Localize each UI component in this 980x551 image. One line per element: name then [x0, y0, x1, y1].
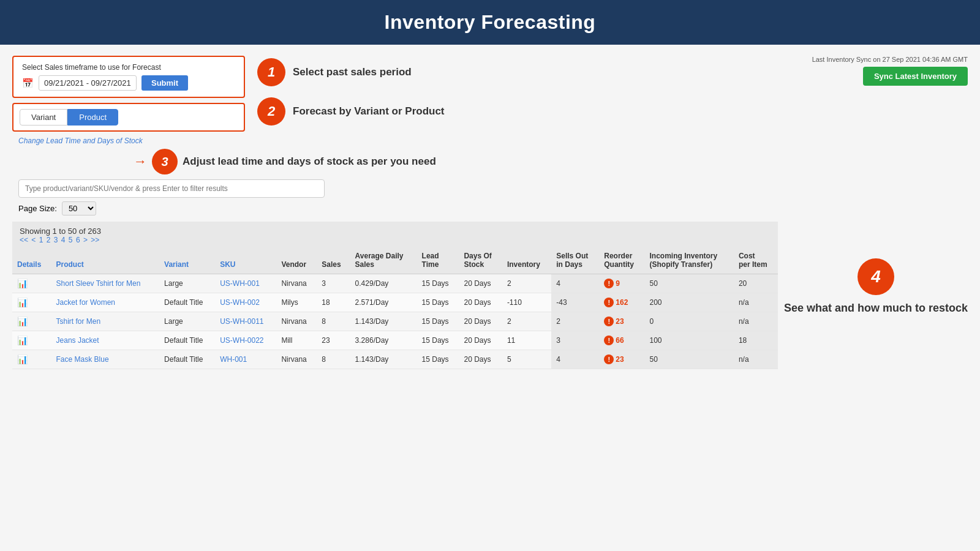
- chart-icon[interactable]: 📊: [17, 279, 28, 288]
- sync-info: Last Inventory Sync on 27 Sep 2021 04:36…: [812, 56, 968, 63]
- page-2[interactable]: 2: [47, 236, 51, 244]
- product-tab[interactable]: Product: [67, 109, 118, 126]
- arrow-right-icon: →: [134, 154, 147, 170]
- page-prev[interactable]: <: [31, 236, 36, 244]
- cell-cost: n/a: [734, 350, 778, 369]
- sku-link[interactable]: US-WH-0011: [220, 317, 263, 326]
- page-3[interactable]: 3: [54, 236, 58, 244]
- sync-area: Last Inventory Sync on 27 Sep 2021 04:36…: [812, 56, 968, 86]
- cell-variant: Default Title: [159, 293, 215, 312]
- exclaim-icon: !: [604, 317, 614, 326]
- cell-lead-time: 15 Days: [417, 312, 459, 331]
- chart-icon[interactable]: 📊: [17, 354, 28, 364]
- cell-details: 📊: [12, 312, 51, 331]
- exclaim-icon: !: [604, 335, 614, 345]
- page-6[interactable]: 6: [76, 236, 80, 244]
- cell-details: 📊: [12, 293, 51, 312]
- page-last[interactable]: >>: [91, 236, 99, 244]
- reorder-badge: ! 162: [604, 298, 628, 307]
- reorder-badge: ! 23: [604, 317, 624, 326]
- pagination[interactable]: << < 1 2 3 4 5 6 > >>: [20, 236, 771, 244]
- main-content: Select Sales timeframe to use for Foreca…: [0, 45, 980, 375]
- table-row: 📊 Jeans Jacket Default Title US-WH-0022 …: [12, 331, 778, 350]
- cell-lead-time: 15 Days: [417, 350, 459, 369]
- step4-annotation: 4 See what and how much to restock: [784, 246, 968, 315]
- page-next[interactable]: >: [83, 236, 88, 244]
- lead-time-link[interactable]: Change Lead Time and Days of Stock: [18, 137, 143, 145]
- col-sales: Sales: [317, 247, 350, 274]
- cell-sells-out: -43: [551, 293, 599, 312]
- search-input[interactable]: [18, 179, 325, 198]
- col-avg-daily: Average DailySales: [350, 247, 417, 274]
- cell-details: 📊: [12, 274, 51, 293]
- table-row: 📊 Tshirt for Men Large US-WH-0011 Nirvan…: [12, 312, 778, 331]
- cell-sales: 3: [317, 274, 350, 293]
- col-reorder: ReorderQuantity: [599, 247, 644, 274]
- date-input[interactable]: [39, 75, 137, 91]
- cell-product: Short Sleev Tshirt for Men: [51, 274, 160, 293]
- col-details: Details: [12, 247, 51, 274]
- page-4[interactable]: 4: [61, 236, 66, 244]
- cell-reorder: ! 23: [599, 312, 644, 331]
- cell-incoming: 0: [645, 312, 734, 331]
- cell-details: 📊: [12, 331, 51, 350]
- step4-label: See what and how much to restock: [784, 301, 968, 315]
- variant-tab[interactable]: Variant: [20, 109, 67, 126]
- chart-icon[interactable]: 📊: [17, 317, 28, 326]
- cell-details: 📊: [12, 350, 51, 369]
- product-link[interactable]: Jeans Jacket: [56, 336, 99, 345]
- product-link[interactable]: Short Sleev Tshirt for Men: [56, 279, 141, 288]
- sku-link[interactable]: US-WH-0022: [220, 336, 263, 345]
- product-link[interactable]: Jacket for Women: [56, 298, 115, 307]
- cell-sales: 8: [317, 312, 350, 331]
- cell-cost: n/a: [734, 293, 778, 312]
- sync-button[interactable]: Sync Latest Inventory: [863, 67, 968, 86]
- chart-icon[interactable]: 📊: [17, 298, 28, 307]
- product-link[interactable]: Face Mask Blue: [56, 355, 109, 364]
- col-lead-time: LeadTime: [417, 247, 459, 274]
- cell-inventory: 5: [502, 350, 551, 369]
- step2-label: Forecast by Variant or Product: [293, 105, 445, 118]
- cell-sells-out: 4: [551, 350, 599, 369]
- page-header: Inventory Forecasting: [0, 0, 980, 45]
- col-vendor: Vendor: [276, 247, 317, 274]
- page-first[interactable]: <<: [20, 236, 28, 244]
- col-incoming: Incoming Inventory(Shopify Transfer): [645, 247, 734, 274]
- cell-avg-daily: 1.143/Day: [350, 350, 417, 369]
- cell-cost: n/a: [734, 312, 778, 331]
- col-inventory: Inventory: [502, 247, 551, 274]
- cell-lead-time: 15 Days: [417, 293, 459, 312]
- step1-label: Select past sales period: [293, 66, 412, 78]
- cell-product: Tshirt for Men: [51, 312, 160, 331]
- page-1[interactable]: 1: [39, 236, 43, 244]
- table-row: 📊 Jacket for Women Default Title US-WH-0…: [12, 293, 778, 312]
- step2-circle: 2: [257, 97, 285, 126]
- cell-incoming: 50: [645, 274, 734, 293]
- exclaim-icon: !: [604, 298, 614, 307]
- chart-icon[interactable]: 📊: [17, 335, 28, 345]
- cell-variant: Default Title: [159, 331, 215, 350]
- sku-link[interactable]: US-WH-001: [220, 279, 260, 288]
- cell-days-stock: 20 Days: [459, 331, 502, 350]
- cell-lead-time: 15 Days: [417, 331, 459, 350]
- cell-sales: 23: [317, 331, 350, 350]
- product-link[interactable]: Tshirt for Men: [56, 317, 101, 326]
- cell-sales: 8: [317, 350, 350, 369]
- page-size-select[interactable]: 50 25 100: [62, 201, 96, 216]
- step4-circle: 4: [858, 258, 894, 295]
- sku-link[interactable]: WH-001: [220, 355, 247, 364]
- cell-product: Face Mask Blue: [51, 350, 160, 369]
- cell-sku: WH-001: [215, 350, 276, 369]
- controls-section: Change Lead Time and Days of Stock → 3 A…: [12, 135, 968, 216]
- table-row: 📊 Short Sleev Tshirt for Men Large US-WH…: [12, 274, 778, 293]
- page-5[interactable]: 5: [69, 236, 73, 244]
- cell-vendor: Nirvana: [276, 350, 317, 369]
- cell-avg-daily: 1.143/Day: [350, 312, 417, 331]
- sku-link[interactable]: US-WH-002: [220, 298, 260, 307]
- cell-sku: US-WH-0011: [215, 312, 276, 331]
- cell-reorder: ! 9: [599, 274, 644, 293]
- submit-button[interactable]: Submit: [141, 75, 188, 91]
- col-cost: Costper Item: [734, 247, 778, 274]
- tab-selection-box: Variant Product: [12, 103, 245, 132]
- col-sku: SKU: [215, 247, 276, 274]
